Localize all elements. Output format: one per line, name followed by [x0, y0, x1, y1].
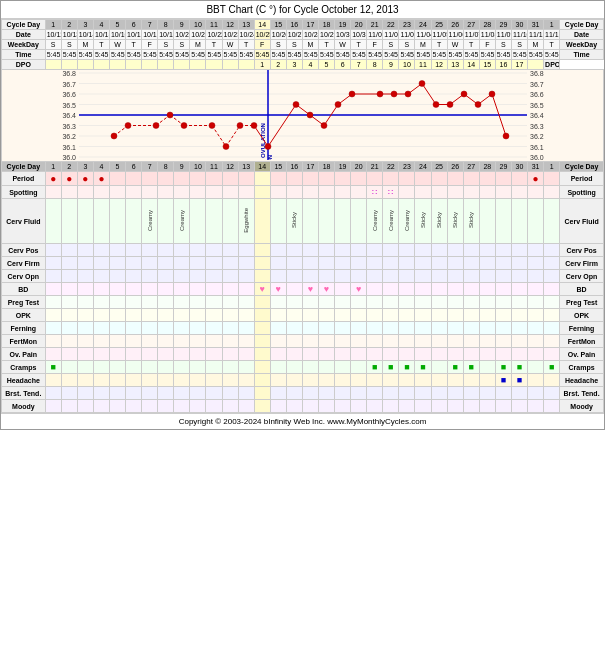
- cycle-day-cell: 2: [61, 20, 77, 30]
- cycle-day-cell: 26: [447, 20, 463, 30]
- svg-point-65: [265, 144, 271, 150]
- cycle-day-cell: 12: [222, 20, 238, 30]
- cerv-opn-row: Cerv OpnCerv Opn: [2, 270, 604, 283]
- cerv-pos-row: Cerv PosCerv Pos: [2, 244, 604, 257]
- cycle-day-label: Cycle Day: [2, 20, 46, 30]
- cycle-day-cell: 11: [206, 20, 222, 30]
- cycle-day-cell: 5: [109, 20, 125, 30]
- svg-text:36.1: 36.1: [62, 144, 76, 151]
- svg-text:36.7: 36.7: [530, 81, 544, 88]
- svg-text:36.6: 36.6: [530, 91, 544, 98]
- svg-point-62: [223, 144, 229, 150]
- svg-text:36.6: 36.6: [62, 91, 76, 98]
- svg-point-77: [461, 91, 467, 97]
- cycle-day-cell: 30: [511, 20, 527, 30]
- svg-text:36.5: 36.5: [530, 102, 544, 109]
- svg-text:OVULATION: OVULATION: [267, 155, 273, 160]
- cycle-day-cell: 4: [93, 20, 109, 30]
- cycle-day-cell: 7: [142, 20, 158, 30]
- svg-text:36.8: 36.8: [530, 70, 544, 77]
- svg-point-75: [433, 102, 439, 108]
- cycle-day-cell: 15: [270, 20, 286, 30]
- svg-text:36.7: 36.7: [62, 81, 76, 88]
- cycle-day-cell: 25: [431, 20, 447, 30]
- svg-text:OVULATION: OVULATION: [260, 123, 266, 158]
- svg-text:36.8: 36.8: [62, 70, 76, 77]
- chart-title: BBT Chart (C °) for Cycle October 12, 20…: [1, 1, 604, 19]
- svg-point-63: [237, 123, 243, 129]
- cycle-day-cell: 24: [415, 20, 431, 30]
- svg-text:36.5: 36.5: [62, 102, 76, 109]
- svg-point-60: [181, 123, 187, 129]
- bbt-chart: BBT Chart (C °) for Cycle October 12, 20…: [0, 0, 605, 430]
- svg-text:36.1: 36.1: [530, 144, 544, 151]
- svg-point-64: [251, 123, 257, 129]
- cycle-day-cell: 21: [367, 20, 383, 30]
- cycle-day-cell: 1: [45, 20, 61, 30]
- svg-point-80: [503, 133, 509, 139]
- fertmon-row: FertMonFertMon: [2, 335, 604, 348]
- svg-point-68: [321, 123, 327, 129]
- cramps-row: Cramps■■■■■■■■■■Cramps: [2, 361, 604, 374]
- cycle-day-cell: 8: [158, 20, 174, 30]
- preg-test-row: Preg TestPreg Test: [2, 296, 604, 309]
- svg-text:36.2: 36.2: [530, 133, 544, 140]
- svg-point-79: [489, 91, 495, 97]
- opk-row: OPKOPK: [2, 309, 604, 322]
- svg-text:36.4: 36.4: [530, 112, 544, 119]
- ferning-row: FerningFerning: [2, 322, 604, 335]
- cycle-day-cell: 3: [77, 20, 93, 30]
- svg-point-67: [307, 112, 313, 118]
- spotting-row: Spotting∷∷Spotting: [2, 186, 604, 199]
- brst-tend-row: Brst. Tend.Brst. Tend.: [2, 387, 604, 400]
- chart-area: Cycle Day1234567891011121314151617181920…: [1, 19, 604, 413]
- moody-row: MoodyMoody: [2, 400, 604, 413]
- ov-pain-row: Ov. PainOv. Pain: [2, 348, 604, 361]
- cycle-day-cell: 1: [544, 20, 560, 30]
- cycle-day-cell: 20: [351, 20, 367, 30]
- svg-point-57: [125, 123, 131, 129]
- svg-point-72: [391, 91, 397, 97]
- svg-point-71: [377, 91, 383, 97]
- svg-point-59: [167, 112, 173, 118]
- svg-point-70: [349, 91, 355, 97]
- svg-text:36.0: 36.0: [62, 154, 76, 160]
- svg-text:36.0: 36.0: [530, 154, 544, 160]
- cycle-day-cell: 29: [495, 20, 511, 30]
- svg-point-73: [405, 91, 411, 97]
- svg-point-66: [293, 102, 299, 108]
- cycle-day-cell: 19: [335, 20, 351, 30]
- svg-point-78: [475, 102, 481, 108]
- svg-point-74: [419, 81, 425, 87]
- cycle-day-cell: 28: [479, 20, 495, 30]
- svg-point-61: [209, 123, 215, 129]
- cycle-day-cell: 16: [286, 20, 302, 30]
- svg-text:36.2: 36.2: [62, 133, 76, 140]
- cycle-day-cell: 23: [399, 20, 415, 30]
- cerv-firm-row: Cerv FirmCerv Firm: [2, 257, 604, 270]
- cycle-day-cell: 31: [528, 20, 544, 30]
- temp-chart: 36.836.836.736.736.636.636.536.536.436.4…: [41, 70, 565, 160]
- svg-point-56: [111, 133, 117, 139]
- svg-text:36.3: 36.3: [62, 123, 76, 130]
- cycle-day-cell: 27: [463, 20, 479, 30]
- svg-point-58: [153, 123, 159, 129]
- svg-text:36.4: 36.4: [62, 112, 76, 119]
- bd-row: BD♥♥♥♥♥BD: [2, 283, 604, 296]
- cycle-day-cell: 9: [174, 20, 190, 30]
- period-row: Period●●●●●Period: [2, 172, 604, 186]
- cycle-day-cell: 14: [254, 20, 270, 30]
- cycle-day-cell: 17: [302, 20, 318, 30]
- cycle-day-cell: 22: [383, 20, 399, 30]
- cycle-day-cell: 18: [318, 20, 334, 30]
- cycle-day-cell: 13: [238, 20, 254, 30]
- headache-row: Headache■■Headache: [2, 374, 604, 387]
- cycle-day-cell: 10: [190, 20, 206, 30]
- svg-text:36.3: 36.3: [530, 123, 544, 130]
- cycle-day-cell: 6: [126, 20, 142, 30]
- svg-point-76: [447, 102, 453, 108]
- main-table: Cycle Day1234567891011121314151617181920…: [1, 19, 604, 413]
- footer: Copyright © 2003-2024 bInfinity Web Inc.…: [1, 413, 604, 429]
- svg-point-69: [335, 102, 341, 108]
- cerv-fluid-row: Cerv FluidCreamyCreamyEggwhiteStickyCrea…: [2, 199, 604, 244]
